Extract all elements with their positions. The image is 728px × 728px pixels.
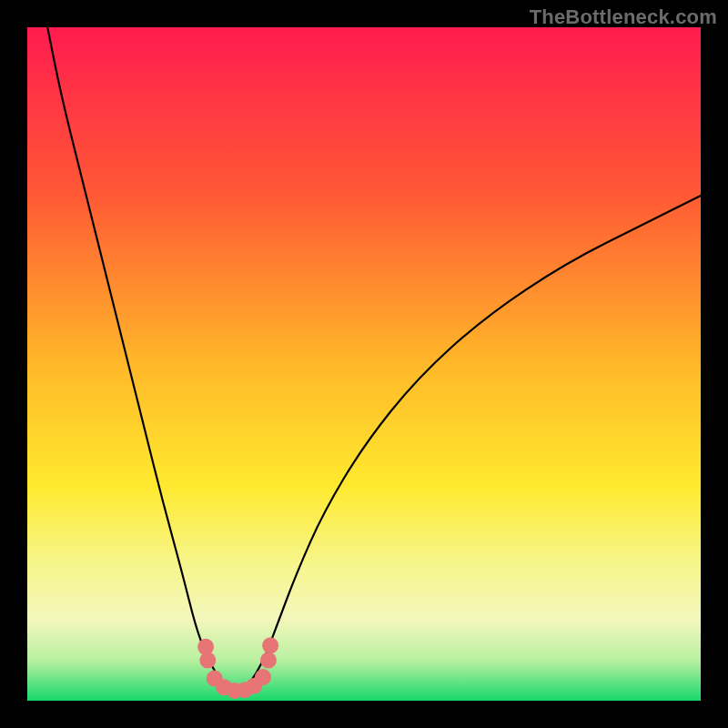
- sample-dot: [255, 669, 271, 685]
- bottleneck-chart: [27, 27, 701, 701]
- chart-frame: TheBottleneck.com: [0, 0, 728, 728]
- sample-dot: [260, 652, 277, 669]
- sample-dot: [262, 637, 278, 653]
- sample-dot: [199, 652, 216, 669]
- plot-area: [27, 27, 701, 701]
- watermark-text: TheBottleneck.com: [530, 5, 717, 29]
